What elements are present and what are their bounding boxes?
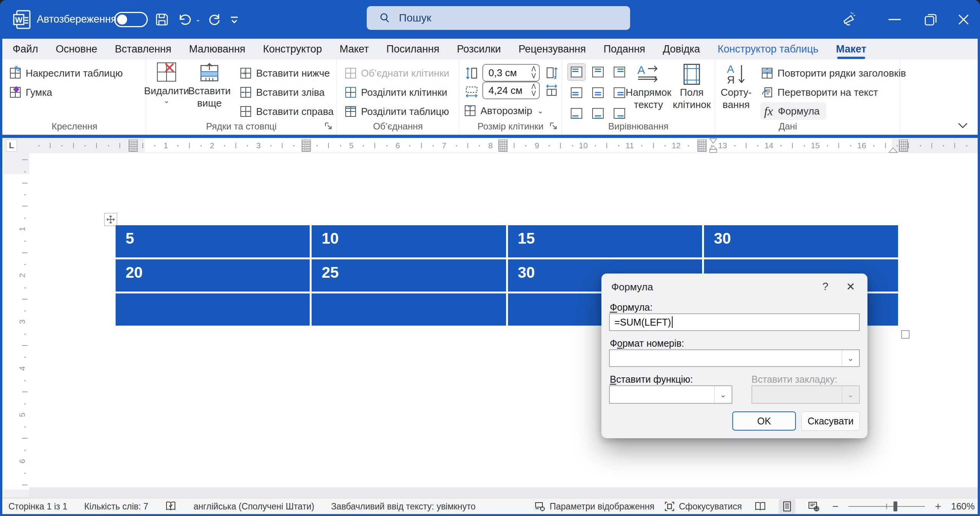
undo-chevron-icon[interactable]: ⌄ bbox=[194, 0, 202, 39]
customize-quick-access-icon[interactable] bbox=[227, 0, 242, 39]
h-ruler-number: 6 bbox=[395, 141, 400, 150]
table-column-marker[interactable] bbox=[899, 139, 908, 152]
eraser-button[interactable]: ◆ Гумка bbox=[10, 84, 52, 101]
undo-icon[interactable] bbox=[175, 0, 194, 39]
proofing-icon[interactable] bbox=[165, 501, 176, 512]
repeat-header-rows-button[interactable]: Повторити рядки заголовків bbox=[762, 65, 906, 82]
insert-right-button[interactable]: → Вставити справа bbox=[240, 103, 333, 120]
table-cell-r2c1[interactable]: 20 bbox=[116, 259, 310, 292]
chevron-down-icon[interactable]: ⌄ bbox=[714, 386, 732, 403]
text-direction-button[interactable]: A Напрямок тексту bbox=[627, 62, 670, 111]
align-bottom-center-button[interactable] bbox=[589, 105, 607, 122]
split-table-button[interactable]: Розділити таблицю bbox=[345, 103, 449, 120]
table-cell-r1c1[interactable]: 5 bbox=[116, 225, 310, 257]
paste-function-combobox[interactable]: ⌄ bbox=[609, 385, 732, 404]
zoom-out-button[interactable]: − bbox=[832, 500, 838, 513]
announcement-icon[interactable] bbox=[835, 0, 862, 39]
tab-6-normal[interactable]: Посилання bbox=[377, 39, 448, 59]
zoom-in-button[interactable]: + bbox=[935, 500, 941, 513]
draw-table-button[interactable]: ✎ Накреслити таблицю bbox=[10, 65, 123, 82]
distribute-rows-icon[interactable] bbox=[545, 66, 558, 79]
convert-to-text-button[interactable]: Перетворити на текст bbox=[762, 84, 878, 101]
dialog-close-icon[interactable]: ✕ bbox=[842, 279, 859, 294]
page-indicator[interactable]: Сторінка 1 із 1 bbox=[8, 501, 67, 512]
tab-1-normal[interactable]: Основне bbox=[47, 39, 106, 59]
close-button[interactable] bbox=[950, 0, 977, 39]
formula-input[interactable]: =SUM(LEFT) bbox=[609, 313, 860, 331]
tab-10-normal[interactable]: Довідка bbox=[654, 39, 709, 59]
spinner-arrows-icon[interactable]: ᐱᐯ bbox=[531, 66, 536, 80]
zoom-slider[interactable] bbox=[848, 499, 925, 514]
focus-button[interactable]: Сфокусуватися bbox=[664, 501, 742, 512]
tab-3-normal[interactable]: Малювання bbox=[180, 39, 254, 59]
number-format-combobox[interactable]: ⌄ bbox=[609, 349, 860, 367]
tab-2-normal[interactable]: Вставлення bbox=[106, 39, 180, 59]
word-count[interactable]: Кількість слів: 7 bbox=[84, 501, 148, 512]
distribute-columns-icon[interactable] bbox=[545, 84, 558, 97]
horizontal-ruler[interactable]: L 12345678910111213141516 bbox=[0, 138, 980, 153]
collapse-ribbon-icon[interactable] bbox=[957, 122, 969, 129]
tab-4-normal[interactable]: Конструктор bbox=[254, 39, 331, 59]
align-top-left-button[interactable] bbox=[567, 63, 586, 81]
table-cell-r1c2[interactable]: 10 bbox=[312, 225, 506, 257]
redo-icon[interactable] bbox=[204, 0, 224, 39]
tab-0-normal[interactable]: Файл bbox=[4, 39, 47, 59]
right-indent-marker-icon[interactable] bbox=[887, 146, 899, 153]
display-settings-button[interactable]: Параметри відображення bbox=[534, 501, 655, 512]
insert-above-button[interactable]: Вставити вище bbox=[187, 62, 232, 109]
ok-button[interactable]: OK bbox=[732, 411, 796, 431]
zoom-level[interactable]: 160% bbox=[951, 501, 975, 512]
chevron-down-icon[interactable]: ⌄ bbox=[842, 350, 859, 366]
table-move-handle-icon[interactable] bbox=[104, 213, 117, 226]
insert-below-button[interactable]: ↓ Вставити нижче bbox=[240, 65, 330, 82]
column-width-field[interactable]: 4,24 см ᐱᐯ bbox=[482, 82, 540, 99]
table-resize-handle[interactable] bbox=[901, 330, 910, 339]
print-layout-button[interactable] bbox=[779, 499, 795, 514]
formula-button[interactable]: fx Формула bbox=[760, 102, 826, 120]
table-column-marker[interactable] bbox=[302, 139, 311, 152]
table-cell-r3c2[interactable] bbox=[312, 293, 506, 326]
autofit-button[interactable]: ↔ Авторозмір ⌄ bbox=[465, 102, 544, 119]
zoom-slider-thumb[interactable] bbox=[893, 501, 897, 511]
predictive-text-indicator[interactable]: Завбачливий ввід тексту: увімкнуто bbox=[331, 501, 475, 512]
indent-markers-icon[interactable] bbox=[707, 138, 720, 153]
align-top-center-button[interactable] bbox=[589, 63, 607, 81]
table-column-marker[interactable] bbox=[129, 139, 138, 152]
align-center-center-button[interactable] bbox=[589, 84, 607, 102]
cell-margins-button[interactable]: Поля клітинок bbox=[671, 62, 712, 111]
sort-button[interactable]: АЯ Сорту- вання bbox=[718, 62, 754, 111]
restore-button[interactable] bbox=[917, 0, 944, 39]
table-cell-r1c4[interactable]: 30 bbox=[704, 225, 898, 257]
align-top-right-button[interactable] bbox=[610, 63, 629, 81]
tab-8-normal[interactable]: Рецензування bbox=[510, 39, 595, 59]
tab-stop-selector-icon[interactable]: L bbox=[6, 139, 17, 152]
spinner-arrows-icon[interactable]: ᐱᐯ bbox=[531, 84, 536, 97]
tab-9-normal[interactable]: Подання bbox=[595, 39, 654, 59]
tab-5-normal[interactable]: Макет bbox=[331, 39, 377, 59]
split-cells-button[interactable]: Розділити клітинки bbox=[345, 84, 447, 101]
cancel-button[interactable]: Скасувати bbox=[801, 411, 860, 431]
align-bottom-left-button[interactable] bbox=[567, 105, 586, 122]
web-layout-button[interactable] bbox=[805, 499, 822, 514]
delete-button[interactable]: ✕ Видалити ⌄ bbox=[149, 62, 184, 104]
table-cell-r2c2[interactable]: 25 bbox=[312, 259, 506, 292]
autosave-toggle[interactable] bbox=[114, 12, 148, 27]
table-cell-r1c3[interactable]: 15 bbox=[508, 225, 702, 257]
table-column-marker[interactable] bbox=[498, 139, 508, 152]
tab-12-active[interactable]: Макет bbox=[827, 39, 875, 59]
search-box[interactable]: Пошук bbox=[367, 6, 630, 30]
minimize-button[interactable] bbox=[881, 0, 908, 39]
row-height-field[interactable]: 0,3 см ᐱᐯ bbox=[482, 64, 540, 82]
tab-7-normal[interactable]: Розсилки bbox=[448, 39, 510, 59]
insert-left-button[interactable]: ← Вставити зліва bbox=[240, 84, 325, 101]
table-column-marker[interactable] bbox=[697, 139, 707, 152]
align-center-left-button[interactable] bbox=[567, 84, 586, 102]
help-icon[interactable]: ? bbox=[817, 279, 834, 294]
word-logo-icon[interactable]: W bbox=[13, 10, 31, 29]
read-mode-button[interactable] bbox=[752, 499, 769, 514]
vertical-ruler[interactable]: 123456 bbox=[2, 153, 29, 497]
table-cell-r3c1[interactable] bbox=[116, 293, 310, 326]
save-icon[interactable] bbox=[153, 0, 171, 39]
language-indicator[interactable]: англійська (Сполучені Штати) bbox=[193, 501, 314, 512]
tab-11-contextual[interactable]: Конструктор таблиць bbox=[709, 39, 827, 59]
